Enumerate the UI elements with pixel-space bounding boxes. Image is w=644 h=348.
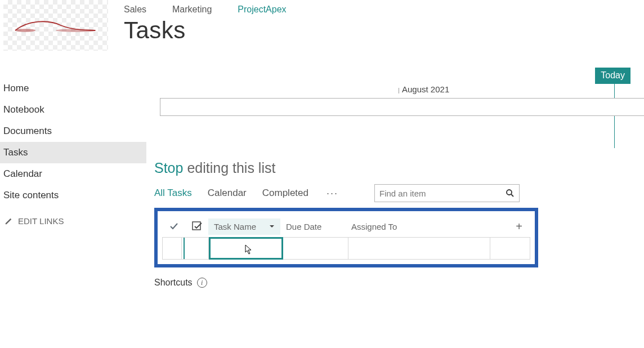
plus-icon: + (516, 220, 522, 233)
top-nav: Sales Marketing ProjectApex (124, 0, 287, 15)
chevron-down-icon (269, 224, 275, 229)
editing-phrase: editing this list (183, 160, 275, 176)
timeline-bar[interactable] (160, 98, 644, 116)
select-all-icon (191, 221, 203, 232)
column-assigned-to-label: Assigned To (351, 222, 397, 231)
pencil-icon (5, 217, 12, 225)
view-tab-calendar[interactable]: Calendar (208, 188, 247, 199)
svg-line-3 (511, 194, 513, 197)
cell-extra (490, 238, 530, 259)
page-title: Tasks (124, 17, 287, 44)
sidebar-item-calendar[interactable]: Calendar (0, 163, 146, 185)
edit-links[interactable]: EDIT LINKS (0, 206, 146, 226)
month-label: August 2021 (402, 84, 449, 94)
cell-task-name-input[interactable] (209, 237, 283, 260)
topnav-marketing[interactable]: Marketing (172, 5, 212, 15)
cell-select[interactable] (182, 238, 209, 259)
edit-links-label: EDIT LINKS (18, 216, 64, 226)
svg-point-0 (15, 29, 35, 32)
sidebar-item-site-contents[interactable]: Site contents (0, 185, 146, 206)
column-select-all[interactable] (186, 221, 208, 232)
today-marker: Today (595, 68, 630, 84)
sidebar-item-tasks[interactable]: Tasks (0, 142, 146, 163)
view-tab-completed[interactable]: Completed (262, 188, 308, 199)
timeline: Today August 2021 (160, 68, 644, 152)
sidebar-item-home[interactable]: Home (0, 78, 146, 99)
sidebar: Home Notebook Documents Tasks Calendar S… (0, 52, 146, 288)
svg-point-2 (507, 190, 512, 195)
search-icon[interactable] (506, 189, 515, 198)
site-logo[interactable] (3, 0, 108, 51)
sidebar-item-documents[interactable]: Documents (0, 121, 146, 142)
checkmark-icon (169, 222, 178, 231)
cell-assigned-to[interactable] (348, 238, 490, 259)
main-content: Today August 2021 Stop editing this list… (146, 52, 644, 288)
search-box (374, 184, 520, 202)
month-tick (399, 88, 399, 93)
task-row-new (162, 237, 530, 260)
column-header-row: Task Name Due Date Assigned To + (162, 216, 530, 237)
topnav-projectapex[interactable]: ProjectApex (238, 5, 286, 15)
car-logo-icon (8, 15, 104, 35)
shortcuts-label: Shortcuts (154, 278, 193, 288)
column-due-date[interactable]: Due Date (280, 222, 346, 231)
add-column-button[interactable]: + (488, 220, 530, 233)
view-tab-all-tasks[interactable]: All Tasks (154, 188, 192, 199)
sidebar-item-notebook[interactable]: Notebook (0, 99, 146, 121)
info-icon[interactable]: i (197, 278, 207, 288)
search-input[interactable] (379, 189, 506, 198)
svg-point-1 (56, 29, 96, 32)
column-task-name-label: Task Name (214, 222, 256, 231)
column-due-date-label: Due Date (286, 222, 321, 231)
stop-editing-heading: Stop editing this list (154, 160, 644, 176)
column-task-name[interactable]: Task Name (208, 218, 280, 235)
task-grid-highlighted: Task Name Due Date Assigned To + (154, 208, 538, 267)
more-views-menu[interactable]: ··· (324, 188, 341, 199)
topnav-sales[interactable]: Sales (124, 5, 146, 15)
stop-editing-link[interactable]: Stop (154, 160, 183, 176)
column-assigned-to[interactable]: Assigned To (346, 222, 488, 231)
shortcuts-row: Shortcuts i (154, 278, 644, 288)
column-completed[interactable] (162, 222, 186, 231)
cell-completed[interactable] (163, 238, 182, 259)
cell-due-date[interactable] (283, 238, 348, 259)
